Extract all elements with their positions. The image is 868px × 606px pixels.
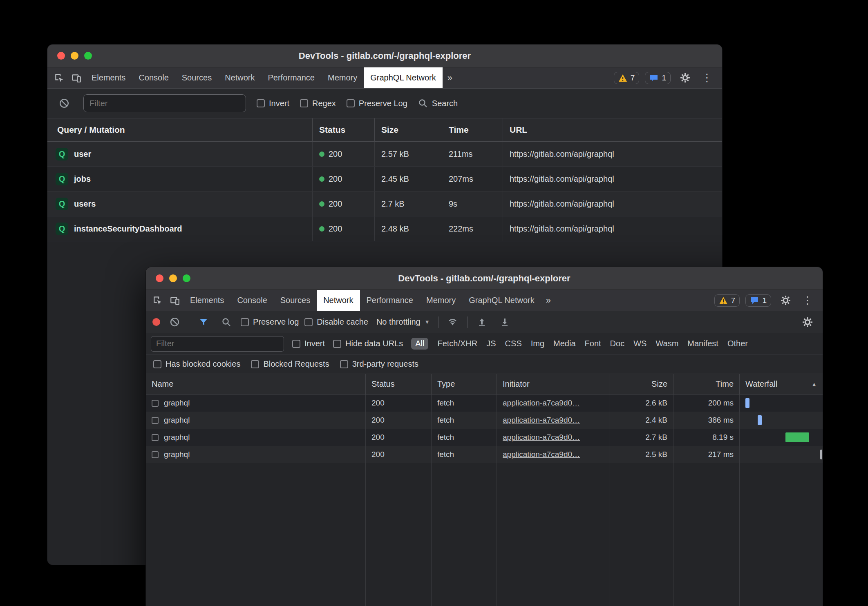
chip-other[interactable]: Other <box>727 339 748 348</box>
request-row[interactable]: graphql 200 fetch application-a7ca9d0… 2… <box>146 446 823 463</box>
chip-font[interactable]: Font <box>585 339 601 348</box>
close-window-button[interactable] <box>156 274 163 282</box>
initiator-link[interactable]: application-a7ca9d0… <box>503 433 580 442</box>
preserve-log-checkbox[interactable] <box>241 318 249 326</box>
third-party-requests-checkbox[interactable] <box>340 360 348 368</box>
settings-gear-icon[interactable] <box>676 73 694 83</box>
regex-checkbox[interactable] <box>300 99 308 107</box>
chip-fetch-xhr[interactable]: Fetch/XHR <box>437 339 477 348</box>
column-header-initiator[interactable]: Initiator <box>497 374 609 394</box>
overflow-menu-icon[interactable]: ⋮ <box>800 294 815 307</box>
tab-graphql-network[interactable]: GraphQL Network <box>462 290 541 311</box>
column-header-status[interactable]: Status <box>313 118 375 141</box>
overflow-menu-icon[interactable]: ⋮ <box>699 71 715 84</box>
warnings-badge[interactable]: 7 <box>614 72 640 84</box>
clear-icon[interactable] <box>166 317 183 327</box>
zoom-window-button[interactable] <box>183 274 190 282</box>
network-settings-gear-icon[interactable] <box>799 317 816 328</box>
chip-media[interactable]: Media <box>553 339 575 348</box>
settings-gear-icon[interactable] <box>777 295 794 305</box>
invert-checkbox-group[interactable]: Invert <box>257 99 289 108</box>
invert-checkbox-group[interactable]: Invert <box>292 339 325 348</box>
column-header-waterfall[interactable]: Waterfall ▲ <box>740 374 823 394</box>
tab-performance[interactable]: Performance <box>262 67 322 88</box>
column-header-name[interactable]: Name <box>146 374 366 394</box>
inspect-element-icon[interactable] <box>51 67 68 88</box>
table-row[interactable]: Q instanceSecurityDashboard 200 2.48 kB … <box>47 216 722 241</box>
third-party-requests-checkbox-group[interactable]: 3rd-party requests <box>340 359 418 369</box>
tab-elements[interactable]: Elements <box>183 290 230 311</box>
tab-console[interactable]: Console <box>132 67 175 88</box>
warnings-badge[interactable]: 7 <box>714 294 740 307</box>
invert-checkbox[interactable] <box>292 340 300 348</box>
request-row[interactable]: graphql 200 fetch application-a7ca9d0… 2… <box>146 429 823 446</box>
titlebar[interactable]: DevTools - gitlab.com/-/graphql-explorer <box>146 267 823 290</box>
zoom-window-button[interactable] <box>84 52 92 60</box>
blocked-requests-checkbox-group[interactable]: Blocked Requests <box>251 359 329 369</box>
more-tabs-icon[interactable]: » <box>541 290 556 311</box>
initiator-link[interactable]: application-a7ca9d0… <box>503 399 580 408</box>
chip-ws[interactable]: WS <box>633 339 647 348</box>
record-button[interactable] <box>152 318 160 326</box>
row-checkbox[interactable] <box>152 400 159 407</box>
regex-checkbox-group[interactable]: Regex <box>300 99 336 108</box>
search-button[interactable]: Search <box>418 98 458 108</box>
chip-all[interactable]: All <box>411 338 428 350</box>
filter-input[interactable] <box>83 94 246 112</box>
tab-memory[interactable]: Memory <box>321 67 364 88</box>
table-row[interactable]: Q jobs 200 2.45 kB 207ms https://gitlab.… <box>47 167 722 192</box>
disable-cache-checkbox[interactable] <box>304 318 313 326</box>
issues-badge[interactable]: 1 <box>645 72 671 84</box>
chip-wasm[interactable]: Wasm <box>655 339 678 348</box>
device-toolbar-icon[interactable] <box>166 290 183 311</box>
preserve-log-checkbox[interactable] <box>347 99 355 107</box>
preserve-log-checkbox-group[interactable]: Preserve log <box>241 317 299 327</box>
hide-data-urls-checkbox-group[interactable]: Hide data URLs <box>333 339 403 348</box>
chip-css[interactable]: CSS <box>505 339 522 348</box>
column-header-query-mutation[interactable]: Query / Mutation <box>47 118 313 141</box>
tab-console[interactable]: Console <box>230 290 273 311</box>
tab-elements[interactable]: Elements <box>85 67 132 88</box>
row-checkbox[interactable] <box>152 417 159 424</box>
minimize-window-button[interactable] <box>169 274 177 282</box>
close-window-button[interactable] <box>57 52 65 60</box>
column-header-url[interactable]: URL <box>503 118 722 141</box>
tab-memory[interactable]: Memory <box>420 290 462 311</box>
tab-graphql-network[interactable]: GraphQL Network <box>364 67 442 88</box>
export-har-icon[interactable] <box>496 317 513 327</box>
invert-checkbox[interactable] <box>257 99 265 107</box>
chip-js[interactable]: JS <box>486 339 496 348</box>
tab-sources[interactable]: Sources <box>274 290 317 311</box>
column-header-size[interactable]: Size <box>609 374 673 394</box>
column-header-size[interactable]: Size <box>375 118 442 141</box>
more-tabs-icon[interactable]: » <box>443 67 457 88</box>
network-conditions-icon[interactable] <box>444 316 461 328</box>
throttling-select[interactable]: No throttling ▼ <box>374 317 432 327</box>
column-header-status[interactable]: Status <box>366 374 432 394</box>
clear-icon[interactable] <box>56 98 73 109</box>
row-checkbox[interactable] <box>152 434 159 441</box>
tab-network[interactable]: Network <box>317 290 360 311</box>
issues-badge[interactable]: 1 <box>745 294 771 307</box>
has-blocked-cookies-checkbox[interactable] <box>153 360 161 368</box>
disable-cache-checkbox-group[interactable]: Disable cache <box>304 317 368 327</box>
preserve-log-checkbox-group[interactable]: Preserve Log <box>347 99 407 108</box>
tab-performance[interactable]: Performance <box>360 290 420 311</box>
initiator-link[interactable]: application-a7ca9d0… <box>503 450 580 459</box>
tab-network[interactable]: Network <box>218 67 261 88</box>
tab-sources[interactable]: Sources <box>175 67 218 88</box>
minimize-window-button[interactable] <box>71 52 78 60</box>
import-har-icon[interactable] <box>473 317 490 327</box>
filter-funnel-icon[interactable] <box>195 317 212 327</box>
chip-img[interactable]: Img <box>531 339 544 348</box>
inspect-element-icon[interactable] <box>149 290 166 311</box>
hide-data-urls-checkbox[interactable] <box>333 340 341 348</box>
initiator-link[interactable]: application-a7ca9d0… <box>503 416 580 425</box>
column-header-time[interactable]: Time <box>442 118 503 141</box>
table-row[interactable]: Q users 200 2.7 kB 9s https://gitlab.com… <box>47 192 722 216</box>
column-header-type[interactable]: Type <box>432 374 497 394</box>
request-row[interactable]: graphql 200 fetch application-a7ca9d0… 2… <box>146 394 823 412</box>
request-row[interactable]: graphql 200 fetch application-a7ca9d0… 2… <box>146 412 823 429</box>
device-toolbar-icon[interactable] <box>68 67 85 88</box>
chip-manifest[interactable]: Manifest <box>687 339 718 348</box>
